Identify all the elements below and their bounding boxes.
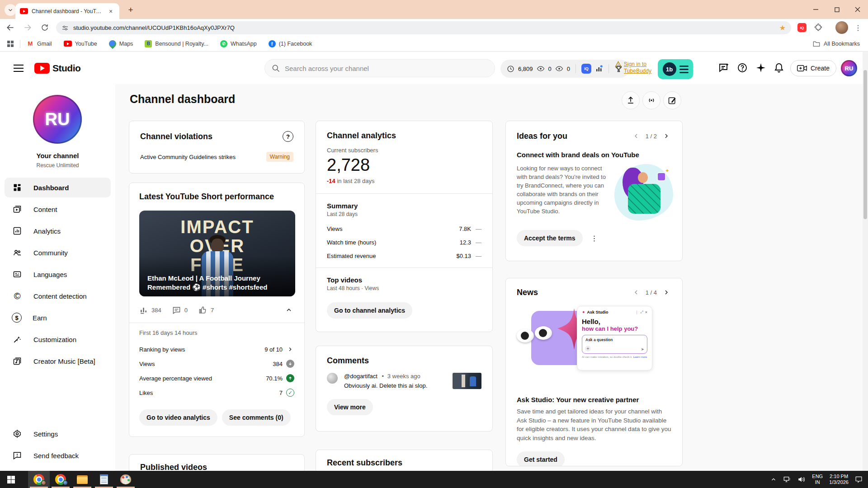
network-icon[interactable] [783,476,791,483]
more-options-icon[interactable]: ⋮ [591,234,598,243]
url-bar[interactable]: studio.youtube.com/channel/UCOUdP1KBh16o… [56,21,791,34]
go-to-video-analytics-button[interactable]: Go to video analytics [139,409,217,426]
tray-chevron-up-icon[interactable] [770,476,777,483]
window-maximize-button[interactable] [826,0,847,19]
taskbar-paint[interactable] [115,471,137,488]
help-icon[interactable] [736,62,748,74]
speaker-icon[interactable] [797,476,806,483]
sidebar-item-earn[interactable]: $ Earn [5,308,111,328]
browser-menu-icon[interactable]: ⋮ [853,22,863,33]
go-live-icon[interactable] [642,91,660,109]
sidebar-item-community[interactable]: Community [5,243,111,263]
scrollbar-thumb[interactable] [863,70,867,219]
tubebuddy-signin-link[interactable]: Sign in toTubeBuddy [615,61,651,75]
sidebar-item-content-detection[interactable]: © Content detection [5,286,111,306]
tubebuddy-menu-icon [679,66,689,73]
vidiq-logo-icon[interactable]: IQ [581,64,591,74]
sidebar-item-content[interactable]: Content [5,199,111,219]
browser-tab[interactable]: Channel dashboard - YouTube S × [15,3,119,19]
vidiq-stats-bar[interactable]: 6,809 0 0 IQ [500,60,629,78]
go-to-channel-analytics-button[interactable]: Go to channel analytics [327,302,412,319]
next-page-icon[interactable] [661,131,671,141]
edit-icon[interactable] [663,91,681,109]
channel-search-bar[interactable] [264,59,495,77]
commenter-avatar[interactable] [327,373,338,384]
bookmark-facebook[interactable]: f(1) Facebook [269,40,312,47]
sidebar-item-analytics[interactable]: Analytics [5,221,111,241]
clock-datetime[interactable]: 2:10 PM1/3/2026 [829,474,849,485]
notifications-bell-icon[interactable] [773,62,785,74]
prev-page-icon[interactable] [631,287,641,297]
tubebuddy-button[interactable]: 1b [658,59,693,79]
ideas-pagination: 1 / 2 [646,133,657,140]
ask-learn-more-link: Learn more [633,356,647,358]
feedback-comment-icon[interactable] [718,62,730,74]
extensions-puzzle-icon[interactable] [813,22,824,33]
new-tab-button[interactable]: + [125,4,137,16]
view-more-button[interactable]: View more [327,399,373,415]
account-avatar[interactable]: RU [841,60,857,76]
next-page-icon[interactable] [661,287,671,297]
taskbar-chrome-profile2[interactable] [50,471,71,488]
comment-time: 3 weeks ago [387,373,420,380]
get-started-button[interactable]: Get started [517,451,565,466]
taskbar-chrome-profile1[interactable] [28,471,50,488]
tab-search-button[interactable] [5,4,16,16]
sidebar-item-languages[interactable]: Languages [5,264,111,284]
start-button[interactable] [0,471,22,488]
apps-grid-icon[interactable] [7,41,14,47]
short-thumbnail[interactable]: IMPACT OVER FAME Ethan McLeod | A Footba… [139,211,295,296]
window-close-button[interactable] [847,0,868,19]
window-minimize-button[interactable] [806,0,826,19]
page-scrollbar[interactable] [863,52,868,471]
comment-video-thumbnail[interactable] [453,373,481,389]
bookmark-star-icon[interactable]: ★ [779,23,786,32]
bookmark-whatsapp[interactable]: ✆WhatsApp [220,40,257,47]
language-indicator[interactable]: ENGIN [812,474,823,485]
browser-profile-avatar[interactable] [835,21,848,34]
search-input[interactable] [285,65,488,72]
comment-author[interactable]: @dogartifact [344,373,377,380]
taskbar-notepad[interactable] [93,471,115,488]
bookmark-bensound[interactable]: BBensound | Royalty... [145,40,208,47]
back-icon[interactable] [4,21,17,34]
vidiq-extension-icon[interactable]: IQ [797,22,807,33]
hamburger-menu-icon[interactable] [13,62,24,74]
bookmark-youtube[interactable]: YouTube [64,41,97,47]
accept-terms-button[interactable]: Accept the terms [517,230,583,246]
profile-badge [41,480,46,485]
sparkles-shape: ✦ [665,168,670,174]
see-comments-button[interactable]: See comments (0) [222,409,291,426]
reload-icon[interactable] [38,21,52,34]
all-bookmarks-button[interactable]: All Bookmarks [813,36,860,52]
ask-menu-icon: ⋮ [635,310,638,314]
taskbar-file-explorer[interactable] [71,471,93,488]
studio-logo[interactable]: Studio [34,63,80,74]
sidebar-item-customization[interactable]: Customization [5,329,111,349]
tab-close-icon[interactable]: × [107,7,115,15]
warning-badge[interactable]: Warning [266,152,293,162]
create-button[interactable]: Create [790,60,836,76]
vidiq-chart-icon[interactable] [595,65,603,73]
summary-row-views: Views 7.8K— [327,225,481,232]
site-controls-icon[interactable] [61,24,69,32]
sidebar-item-settings[interactable]: Settings [5,424,111,444]
sidebar-item-creator-music[interactable]: Creator Music [Beta] [5,351,111,371]
sidebar-item-send-feedback[interactable]: Send feedback [5,446,111,465]
sidebar-item-dashboard[interactable]: Dashboard [5,178,111,197]
prev-page-icon[interactable] [631,131,641,141]
short-video-title: Ethan McLeod | A Football Journey Rememb… [147,274,267,292]
channel-title: Your channel [0,152,115,160]
sparkle-icon[interactable] [755,62,767,74]
collapse-chevron-up-icon[interactable] [283,305,294,315]
perf-row-ranking[interactable]: Ranking by views 9 of 10 [139,345,294,353]
googly-eye [517,329,534,343]
forward-icon[interactable] [21,21,34,34]
perf-row-views: Views 384 [139,360,294,368]
help-icon[interactable]: ? [283,131,293,142]
bookmark-gmail[interactable]: MGmail [27,40,52,47]
channel-avatar[interactable]: RU [33,95,82,144]
bookmark-maps[interactable]: Maps [109,40,133,47]
action-center-icon[interactable] [855,476,863,483]
upload-video-icon[interactable] [622,91,640,109]
